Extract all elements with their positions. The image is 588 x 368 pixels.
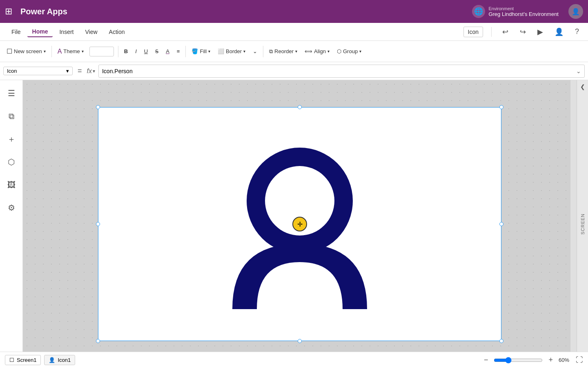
bold-button[interactable]: B xyxy=(121,47,131,56)
group-button[interactable]: ⬡ Group ▾ xyxy=(334,47,365,56)
screen-tab[interactable]: ☐ Screen1 xyxy=(5,355,41,365)
menu-view[interactable]: View xyxy=(80,27,102,37)
formula-bar: Icon ▾ = fx ▾ ⌄ xyxy=(0,62,588,80)
reorder-icon: ⧉ xyxy=(269,48,273,55)
group-icon: ⬡ xyxy=(337,48,341,54)
border-chevron: ▾ xyxy=(243,49,245,54)
more-button[interactable]: ⌄ xyxy=(249,47,261,56)
control-selector[interactable]: Icon ▾ xyxy=(3,67,73,75)
icon-button[interactable]: Icon xyxy=(463,27,483,37)
handle-tc[interactable] xyxy=(298,105,302,109)
zoom-slider[interactable] xyxy=(494,357,543,364)
bottom-bar: ☐ Screen1 👤 Icon1 − + 60% ⛶ xyxy=(0,352,588,368)
formula-input[interactable] xyxy=(102,68,575,74)
undo-button[interactable]: ↩ xyxy=(500,26,511,38)
align-right-chevron: ▾ xyxy=(327,49,330,54)
right-panel: ❮ SCREEN xyxy=(577,80,588,368)
new-screen-label: New screen xyxy=(14,48,42,54)
equals-sign: = xyxy=(76,67,84,75)
new-screen-chevron: ▾ xyxy=(44,49,46,54)
screen-canvas[interactable]: ✛ xyxy=(98,107,502,341)
screen-tab-icon: ☐ xyxy=(9,357,14,363)
move-cursor-icon[interactable]: ✛ xyxy=(292,217,307,231)
app-grid-icon[interactable]: ⊞ xyxy=(5,6,12,17)
handle-tr[interactable] xyxy=(499,105,503,109)
icon-tab-label: Icon1 xyxy=(58,357,71,363)
sidebar-controls-icon[interactable]: ⚙ xyxy=(3,200,20,216)
handle-br[interactable] xyxy=(499,339,503,343)
formula-input-wrapper[interactable]: ⌄ xyxy=(98,65,585,78)
theme-chevron: ▾ xyxy=(82,49,84,54)
font-color-button[interactable]: A xyxy=(163,47,173,56)
new-screen-icon: ☐ xyxy=(7,47,12,55)
person-icon-wrapper[interactable]: ✛ xyxy=(226,137,373,311)
handle-mr[interactable] xyxy=(499,222,503,226)
italic-button[interactable]: I xyxy=(132,47,140,56)
zoom-controls: − + 60% ⛶ xyxy=(481,355,583,365)
align-right-button[interactable]: ⟺ Align ▾ xyxy=(301,47,333,56)
canvas-area[interactable]: ✛ xyxy=(23,80,577,368)
theme-button[interactable]: A Theme ▾ xyxy=(54,46,87,57)
env-name: Greg Lindhorst's Environment xyxy=(488,11,559,17)
user-avatar[interactable]: 👤 xyxy=(568,4,583,19)
canvas-scrollbar-vertical[interactable] xyxy=(570,80,577,368)
screen-label: SCREEN xyxy=(580,213,585,235)
collapse-button[interactable]: ❮ xyxy=(580,83,585,90)
new-screen-button[interactable]: ☐ New screen ▾ xyxy=(3,46,49,57)
align-button[interactable]: ≡ xyxy=(174,47,183,56)
menu-action[interactable]: Action xyxy=(104,27,130,37)
sidebar-add-icon[interactable]: ＋ xyxy=(3,131,20,147)
strikethrough-button[interactable]: S̶ xyxy=(152,47,162,56)
icon-tab[interactable]: 👤 Icon1 xyxy=(44,355,75,365)
font-size-box[interactable] xyxy=(89,47,114,56)
menu-right: Icon ↩ ↪ ▶ 👤 ? xyxy=(463,26,581,38)
play-button[interactable]: ▶ xyxy=(535,26,546,38)
env-text: Environment Greg Lindhorst's Environment xyxy=(488,6,559,17)
fx-icon: fx ▾ xyxy=(87,67,95,75)
reorder-button[interactable]: ⧉ Reorder ▾ xyxy=(266,47,301,56)
handle-bl[interactable] xyxy=(96,339,100,343)
app-title: Power Apps xyxy=(20,7,472,16)
group-chevron: ▾ xyxy=(359,49,361,54)
handle-bc[interactable] xyxy=(298,339,302,343)
formula-expand-icon[interactable]: ⌄ xyxy=(576,68,581,74)
theme-icon: A xyxy=(58,48,62,55)
env-icon: 🌐 xyxy=(472,5,485,18)
fill-icon: 🪣 xyxy=(192,48,198,54)
fill-button[interactable]: 🪣 Fill ▾ xyxy=(188,47,214,56)
menu-insert[interactable]: Insert xyxy=(54,27,78,37)
env-label: Environment xyxy=(488,6,559,11)
zoom-plus-button[interactable]: + xyxy=(546,355,555,365)
menu-home[interactable]: Home xyxy=(27,27,53,37)
border-button[interactable]: ⬜ Border ▾ xyxy=(214,47,249,56)
align-right-icon: ⟺ xyxy=(305,48,312,54)
title-bar: ⊞ Power Apps 🌐 Environment Greg Lindhors… xyxy=(0,0,588,23)
sidebar-data-icon[interactable]: ⬡ xyxy=(3,154,20,170)
help-button[interactable]: ? xyxy=(572,26,581,38)
env-section: 🌐 Environment Greg Lindhorst's Environme… xyxy=(472,5,559,18)
redo-button[interactable]: ↪ xyxy=(517,26,528,38)
sidebar-menu-icon[interactable]: ☰ xyxy=(3,85,20,101)
menu-bar: File Home Insert View Action Icon ↩ ↪ ▶ … xyxy=(0,23,588,41)
fill-chevron: ▾ xyxy=(208,49,210,54)
underline-button[interactable]: U xyxy=(141,47,151,56)
sidebar-media-icon[interactable]: 🖼 xyxy=(3,177,20,193)
theme-label: Theme xyxy=(63,48,80,54)
handle-tl[interactable] xyxy=(96,105,100,109)
toolbar: ☐ New screen ▾ A Theme ▾ B I U S̶ A ≡ 🪣 … xyxy=(0,41,588,62)
zoom-value: 60% xyxy=(559,357,569,363)
handle-ml[interactable] xyxy=(96,222,100,226)
fullscreen-button[interactable]: ⛶ xyxy=(576,356,583,364)
zoom-minus-button[interactable]: − xyxy=(481,355,491,365)
main-layout: ☰ ⧉ ＋ ⬡ 🖼 ⚙ ✛ xyxy=(0,80,588,368)
screen-tab-label: Screen1 xyxy=(17,357,36,363)
share-button[interactable]: 👤 xyxy=(552,26,566,38)
border-icon: ⬜ xyxy=(218,48,224,54)
menu-file[interactable]: File xyxy=(7,27,26,37)
icon-tab-icon: 👤 xyxy=(49,357,55,363)
sidebar-layers-icon[interactable]: ⧉ xyxy=(3,108,20,124)
reorder-chevron: ▾ xyxy=(295,49,297,54)
left-sidebar: ☰ ⧉ ＋ ⬡ 🖼 ⚙ xyxy=(0,80,23,368)
